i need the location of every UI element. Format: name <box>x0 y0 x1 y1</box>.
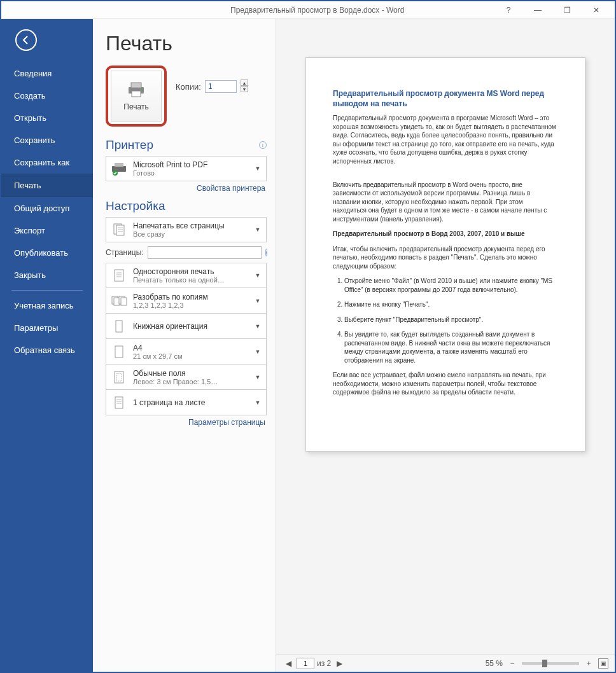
page-total-label: из 2 <box>317 659 331 668</box>
sidebar-item-new[interactable]: Создать <box>1 85 93 107</box>
print-range-sub: Все сразу <box>133 230 248 238</box>
printer-info-icon[interactable]: i <box>259 141 267 149</box>
minimize-icon: — <box>534 6 542 15</box>
svg-rect-2 <box>132 91 141 97</box>
svg-rect-12 <box>115 270 123 281</box>
printer-status: Готово <box>133 169 248 177</box>
back-arrow-icon <box>21 35 31 45</box>
zoom-out-button[interactable]: − <box>507 658 518 669</box>
printer-dropdown[interactable]: Microsoft Print to PDF Готово ▼ <box>106 156 267 181</box>
copies-label: Копии: <box>176 82 201 92</box>
margins-dropdown[interactable]: Обычные поля Левое: 3 см Правое: 1,5… ▼ <box>106 364 267 390</box>
paper-title: A4 <box>133 343 248 352</box>
pps-icon <box>110 394 128 412</box>
sidebar-label: Сохранить <box>14 135 55 145</box>
pages-icon <box>110 221 128 239</box>
preview-heading: Предварительный просмотр документа MS Wo… <box>333 88 558 109</box>
margins-sub: Левое: 3 см Правое: 1,5… <box>133 378 248 385</box>
printer-properties-link[interactable]: Свойства принтера <box>106 184 265 193</box>
sidebar-label: Общий доступ <box>14 204 69 213</box>
sidebar-item-saveas[interactable]: Сохранить как <box>1 151 93 174</box>
copies-input[interactable] <box>205 80 237 93</box>
next-page-button[interactable]: ▶ <box>333 658 345 669</box>
chevron-down-icon: ▼ <box>253 272 262 279</box>
orientation-title: Книжная ориентация <box>133 322 248 331</box>
document-title: Предварительный просмотр в Ворде.docx - … <box>230 6 404 15</box>
sides-title: Односторонняя печать <box>133 267 248 276</box>
svg-rect-5 <box>115 163 123 167</box>
oneside-icon <box>110 267 128 284</box>
chevron-down-icon: ▼ <box>253 374 262 380</box>
svg-rect-1 <box>131 83 141 88</box>
preview-bottom-bar: ◀ из 2 ▶ 55 % − + ▣ <box>276 654 615 672</box>
sidebar-item-export[interactable]: Экспорт <box>1 219 93 242</box>
sidebar-label: Создать <box>14 91 45 101</box>
collate-title: Разобрать по копиям <box>133 293 248 302</box>
sidebar-label: Сведения <box>14 69 52 78</box>
restore-icon: ❐ <box>564 6 571 15</box>
portrait-icon <box>110 317 128 335</box>
print-button[interactable]: Печать <box>111 71 162 121</box>
svg-rect-19 <box>121 298 127 305</box>
title-bar: Предварительный просмотр в Ворде.docx - … <box>1 1 615 19</box>
zoom-to-page-button[interactable]: ▣ <box>598 658 608 669</box>
printer-section-title: Принтер <box>106 138 153 152</box>
minimize-button[interactable]: — <box>523 1 552 19</box>
printer-icon <box>126 81 146 99</box>
pages-info-icon[interactable]: i <box>265 249 268 256</box>
collate-sub: 1,2,3 1,2,3 1,2,3 <box>133 302 248 309</box>
chevron-down-icon: ▼ <box>253 165 262 172</box>
sidebar-label: Обратная связь <box>14 345 75 355</box>
sidebar-item-info[interactable]: Сведения <box>1 62 93 85</box>
spinner-up-icon[interactable]: ▲ <box>241 80 248 86</box>
restore-button[interactable]: ❐ <box>552 1 582 19</box>
copies-spinner[interactable]: ▲ ▼ <box>241 80 248 94</box>
zoom-slider-knob[interactable] <box>542 660 547 667</box>
paper-icon <box>110 343 128 361</box>
sidebar-item-publish[interactable]: Опубликовать <box>1 242 93 264</box>
print-range-dropdown[interactable]: Напечатать все страницы Все сразу ▼ <box>106 217 267 242</box>
zoom-percent: 55 % <box>486 659 503 668</box>
print-button-highlight: Печать <box>106 66 167 127</box>
sidebar-item-share[interactable]: Общий доступ <box>1 197 93 219</box>
preview-paragraph: Предварительный просмотр документа в про… <box>333 114 558 165</box>
chevron-down-icon: ▼ <box>253 399 262 406</box>
svg-rect-24 <box>115 397 123 408</box>
zoom-slider[interactable] <box>522 662 579 665</box>
sidebar-item-options[interactable]: Параметры <box>1 317 93 339</box>
back-button[interactable] <box>15 29 37 51</box>
sides-sub: Печатать только на одной… <box>133 276 248 284</box>
preview-list-item: Вы увидите то, как будет выглядеть созда… <box>344 330 558 364</box>
sidebar-item-close[interactable]: Закрыть <box>1 264 93 286</box>
zoom-in-button[interactable]: + <box>583 658 594 669</box>
spinner-down-icon[interactable]: ▼ <box>241 86 248 92</box>
help-button[interactable]: ? <box>494 1 523 19</box>
sidebar-label: Закрыть <box>14 270 46 280</box>
prev-page-button[interactable]: ◀ <box>283 658 294 669</box>
current-page-input[interactable] <box>297 658 314 669</box>
collate-dropdown[interactable]: Разобрать по копиям 1,2,3 1,2,3 1,2,3 ▼ <box>106 288 267 314</box>
sidebar-item-print[interactable]: Печать <box>1 174 93 197</box>
page-setup-link[interactable]: Параметры страницы <box>106 418 265 427</box>
pages-per-sheet-dropdown[interactable]: 1 страница на листе ▼ <box>106 390 267 415</box>
preview-list-item: Откройте меню "Файл" (в Word 2010 и выше… <box>344 277 558 294</box>
preview-page: Предварительный просмотр документа MS Wo… <box>305 57 585 452</box>
pages-input[interactable] <box>148 246 262 259</box>
close-icon: ✕ <box>593 6 599 15</box>
sidebar-item-save[interactable]: Сохранить <box>1 129 93 151</box>
orientation-dropdown[interactable]: Книжная ориентация ▼ <box>106 314 267 339</box>
print-settings-panel: Печать Печать Копии: ▲ ▼ <box>93 19 276 672</box>
close-button[interactable]: ✕ <box>582 1 611 19</box>
sidebar-label: Учетная запись <box>14 301 74 310</box>
sidebar-label: Параметры <box>14 323 58 333</box>
preview-scroll[interactable]: Предварительный просмотр документа MS Wo… <box>276 19 615 654</box>
sides-dropdown[interactable]: Односторонняя печать Печатать только на … <box>106 263 267 288</box>
sidebar-item-account[interactable]: Учетная запись <box>1 295 93 317</box>
printer-status-icon <box>110 160 128 177</box>
sidebar-label: Сохранить как <box>14 158 69 167</box>
sidebar-label: Открыть <box>14 113 46 123</box>
sidebar-item-feedback[interactable]: Обратная связь <box>1 339 93 361</box>
sidebar-label: Опубликовать <box>14 248 68 258</box>
sidebar-item-open[interactable]: Открыть <box>1 107 93 129</box>
papersize-dropdown[interactable]: A4 21 см x 29,7 см ▼ <box>106 339 267 364</box>
